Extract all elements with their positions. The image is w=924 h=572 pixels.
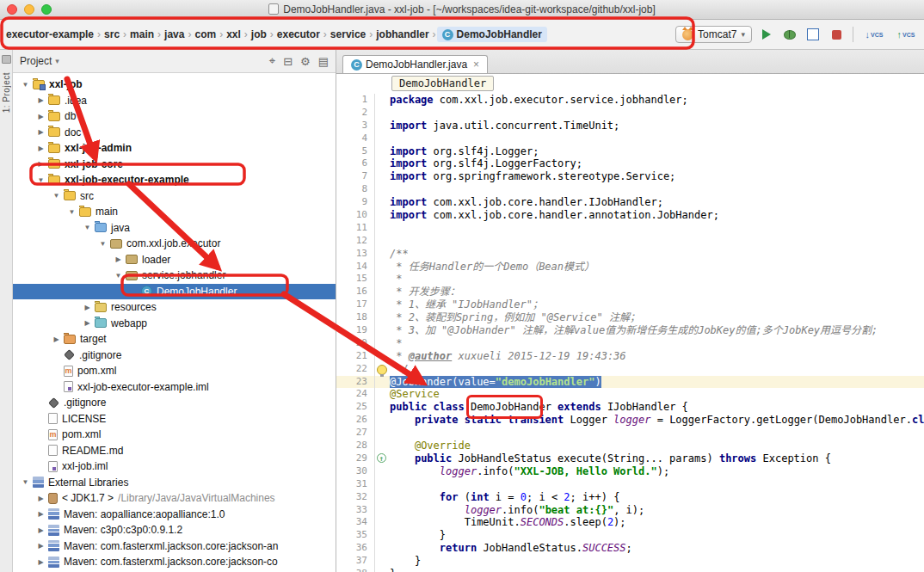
code-line[interactable]: 33 logger.info("beat at:{}", i);	[336, 504, 924, 517]
tree-row[interactable]: DemoJobHandler	[13, 284, 336, 300]
tree-row[interactable]: ▼main	[13, 204, 336, 220]
tree-row[interactable]: ▼xxl-job-executor-example	[13, 172, 336, 188]
tree-row[interactable]: .gitignore	[13, 348, 336, 364]
code-line[interactable]: 37 }	[336, 555, 924, 568]
code-line[interactable]: 22 */	[336, 363, 924, 376]
tree-expand-arrow[interactable]: ▼	[20, 478, 31, 486]
tree-row[interactable]: ▶resources	[13, 299, 336, 316]
breadcrumb-item[interactable]: job	[249, 27, 269, 42]
tree-expand-arrow[interactable]: ▶	[35, 542, 46, 550]
code-editor[interactable]: 1package com.xxl.job.executor.service.jo…	[336, 93, 924, 572]
project-panel-title[interactable]: Project	[20, 55, 52, 67]
code-line[interactable]: 11	[336, 222, 924, 235]
intention-bulb-icon[interactable]	[377, 365, 387, 375]
editor-tab[interactable]: C DemoJobHandler.java ×	[342, 55, 488, 73]
tree-row[interactable]: xxl-job-executor-example.iml	[13, 379, 336, 396]
code-line[interactable]: 14 * 任务Handler的一个Demo（Bean模式）	[336, 261, 924, 274]
tree-expand-arrow[interactable]: ▶	[51, 335, 62, 343]
tree-row[interactable]: ▶Maven: aopalliance:aopalliance:1.0	[13, 507, 336, 523]
code-line[interactable]: 30 logger.info("XXL-JOB, Hello World.");	[336, 465, 924, 478]
code-line[interactable]: 38}	[336, 568, 924, 572]
tree-row[interactable]: ▶webapp	[13, 316, 336, 332]
tree-row[interactable]: ▼External Libraries	[13, 475, 336, 491]
breadcrumb-item[interactable]: CDemoJobHandler	[437, 27, 547, 42]
tree-expand-arrow[interactable]: ▼	[51, 192, 62, 200]
editor-breadcrumb-chip[interactable]: DemoJobHandler	[391, 76, 494, 91]
tree-expand-arrow[interactable]: ▼	[35, 176, 46, 184]
tree-row[interactable]: ▶Maven: com.fasterxml.jackson.core:jacks…	[13, 538, 336, 555]
tree-expand-arrow[interactable]: ▶	[35, 558, 46, 566]
code-line[interactable]: 18 * 2、装配到Spring，例如加 "@Service" 注解；	[336, 311, 924, 324]
tree-row[interactable]: ▶target	[13, 331, 336, 348]
tree-expand-arrow[interactable]: ▼	[20, 81, 31, 89]
code-line[interactable]: 35 }	[336, 529, 924, 542]
code-line[interactable]: 19 * 3、加 "@JobHander" 注解，注解value值为新增任务生成…	[336, 324, 924, 337]
hide-panel-icon[interactable]: ▤	[318, 55, 329, 68]
tree-row[interactable]: ▶Maven: c3p0:c3p0:0.9.1.2	[13, 522, 336, 538]
tree-row[interactable]: LICENSE	[13, 411, 336, 427]
tree-row[interactable]: ▼java	[13, 220, 336, 237]
collapse-all-icon[interactable]: ⊟	[283, 55, 293, 68]
tree-expand-arrow[interactable]: ▶	[82, 304, 93, 311]
code-line[interactable]: 16 * 开发步骤：	[336, 286, 924, 298]
code-line[interactable]: 23@JobHander(value="demoJobHandler")	[336, 376, 924, 389]
tree-expand-arrow[interactable]: ▶	[35, 160, 46, 168]
code-line[interactable]: 6import org.slf4j.LoggerFactory;	[336, 157, 924, 170]
tree-row[interactable]: ▼xxl-job	[13, 77, 336, 93]
code-line[interactable]: 4	[336, 132, 924, 145]
tree-expand-arrow[interactable]: ▼	[66, 208, 77, 216]
tree-row[interactable]: ▶Maven: com.fasterxml.jackson.core:jacks…	[13, 554, 336, 570]
tree-row[interactable]: ▶< JDK1.7 >/Library/Java/JavaVirtualMach…	[13, 490, 336, 507]
tree-expand-arrow[interactable]: ▼	[82, 224, 93, 231]
tree-row[interactable]: ▶loader	[13, 252, 336, 268]
code-line[interactable]: 7import org.springframework.stereotype.S…	[336, 170, 924, 183]
tree-expand-arrow[interactable]: ▶	[35, 526, 46, 534]
code-line[interactable]: 17 * 1、继承 "IJobHandler"；	[336, 298, 924, 311]
tree-expand-arrow[interactable]: ▶	[35, 145, 46, 152]
code-line[interactable]: 12	[336, 235, 924, 248]
tree-row[interactable]: README.md	[13, 443, 336, 459]
code-line[interactable]: 25public class DemoJobHander extends IJo…	[336, 401, 924, 414]
tree-row[interactable]: pom.xml	[13, 427, 336, 443]
code-line[interactable]: 15 *	[336, 273, 924, 286]
breadcrumb-item[interactable]: executor	[274, 27, 323, 42]
code-line[interactable]: 20 *	[336, 337, 924, 350]
code-line[interactable]: 9import com.xxl.job.core.handler.IJobHan…	[336, 196, 924, 209]
code-line[interactable]: 2	[336, 107, 924, 120]
code-line[interactable]: 34 TimeUnit.SECONDS.sleep(2);	[336, 516, 924, 529]
debug-button[interactable]	[781, 26, 798, 43]
tree-row[interactable]: xxl-job.iml	[13, 458, 336, 475]
code-line[interactable]: 5import org.slf4j.Logger;	[336, 145, 924, 158]
project-tool-window-tab[interactable]: 1: Project	[2, 72, 11, 113]
breadcrumb-item[interactable]: main	[127, 27, 157, 42]
tree-row[interactable]: ▶doc	[13, 125, 336, 141]
tree-expand-arrow[interactable]: ▶	[35, 96, 46, 104]
tree-row[interactable]: ▶xxl-job-admin	[13, 140, 336, 157]
settings-icon[interactable]: ⚙	[300, 55, 311, 68]
run-config-selector[interactable]: Tomcat7 ▾	[675, 26, 752, 43]
code-line[interactable]: 1package com.xxl.job.executor.service.jo…	[336, 94, 924, 107]
tree-row[interactable]: ▶.idea	[13, 93, 336, 109]
code-line[interactable]: 27	[336, 427, 924, 440]
tree-row[interactable]: ▼src	[13, 188, 336, 205]
code-line[interactable]: 26 private static transient Logger logge…	[336, 414, 924, 427]
breadcrumb-item[interactable]: com	[192, 27, 219, 42]
tree-row[interactable]: .gitignore	[13, 395, 336, 411]
code-line[interactable]: 36 return JobHandleStatus.SUCCESS;	[336, 542, 924, 555]
breadcrumb-item[interactable]: service	[328, 27, 368, 42]
breadcrumb-item[interactable]: xxl	[224, 27, 243, 42]
close-tab-icon[interactable]: ×	[473, 58, 479, 71]
tree-expand-arrow[interactable]: ▶	[35, 510, 46, 518]
code-line[interactable]: 8	[336, 183, 924, 196]
code-line[interactable]: 32 for (int i = 0; i < 2; i++) {	[336, 491, 924, 504]
vcs-update-button[interactable]: ↓ VCS	[861, 26, 887, 43]
tree-expand-arrow[interactable]: ▶	[82, 319, 93, 327]
code-line[interactable]: 28 @Override	[336, 440, 924, 452]
override-marker-icon[interactable]: ↑	[377, 453, 386, 463]
code-line[interactable]: 21 * @author xuxueli 2015-12-19 19:43:36	[336, 350, 924, 363]
code-line[interactable]: 31	[336, 478, 924, 491]
tree-expand-arrow[interactable]: ▼	[113, 272, 124, 280]
vcs-commit-button[interactable]: ↑ VCS	[893, 26, 919, 43]
tree-row[interactable]: ▶db	[13, 108, 336, 125]
tree-row[interactable]: ▼com.xxl.job.executor	[13, 236, 336, 252]
